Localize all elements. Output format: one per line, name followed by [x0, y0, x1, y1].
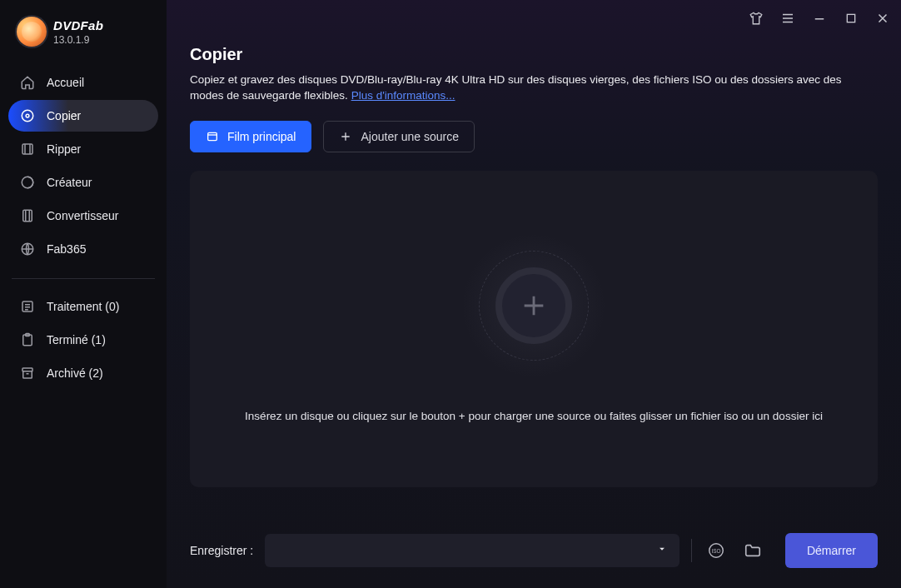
- plus-icon: [520, 292, 548, 320]
- svg-rect-2: [22, 144, 32, 154]
- svg-rect-9: [22, 368, 32, 371]
- footer-divider: [691, 539, 692, 562]
- dropzone[interactable]: Insérez un disque ou cliquez sur le bout…: [190, 171, 878, 487]
- main-movie-button[interactable]: Film principal: [190, 121, 311, 152]
- action-row: Film principal Ajouter une source: [190, 121, 878, 152]
- ripper-icon: [20, 142, 35, 157]
- folder-button[interactable]: [740, 538, 765, 563]
- button-label: Ajouter une source: [361, 130, 459, 143]
- maximize-icon[interactable]: [843, 10, 859, 27]
- page-description: Copiez et gravez des disques DVD/Blu-ray…: [190, 72, 878, 104]
- sidebar-item-label: Traitement (0): [47, 300, 119, 313]
- add-source-circle-button[interactable]: [495, 267, 572, 344]
- sidebar-item-creator[interactable]: Créateur: [8, 167, 158, 198]
- add-source-button[interactable]: Ajouter une source: [323, 121, 475, 152]
- home-icon: [20, 75, 35, 90]
- svg-rect-11: [208, 132, 217, 140]
- brand-text: DVDFab 13.0.1.9: [53, 18, 103, 46]
- brand-block: DVDFab 13.0.1.9: [8, 17, 158, 47]
- page-description-text: Copiez et gravez des disques DVD/Blu-ray…: [190, 73, 842, 102]
- sidebar-item-ripper[interactable]: Ripper: [8, 133, 158, 165]
- more-info-link[interactable]: Plus d'informations...: [351, 89, 455, 102]
- footer: Enregistrer : ISO Démarrer: [167, 513, 901, 588]
- titlebar: [167, 0, 901, 37]
- sidebar-item-done[interactable]: Terminé (1): [8, 324, 158, 356]
- svg-point-1: [26, 114, 29, 117]
- start-button[interactable]: Démarrer: [785, 533, 878, 568]
- dropzone-help-text: Insérez un disque ou cliquez sur le bout…: [245, 410, 823, 422]
- sidebar-divider: [12, 278, 155, 279]
- svg-text:ISO: ISO: [711, 548, 720, 554]
- converter-icon: [20, 208, 35, 223]
- nav-primary: Accueil Copier Ripper Créateur Convertis…: [8, 67, 158, 265]
- sidebar-item-processing[interactable]: Traitement (0): [8, 291, 158, 322]
- sidebar: DVDFab 13.0.1.9 Accueil Copier Ripper: [0, 0, 167, 588]
- globe-icon: [20, 242, 35, 257]
- chevron-down-icon: [656, 543, 668, 558]
- brand-version: 13.0.1.9: [53, 34, 103, 46]
- main: Copier Copiez et gravez des disques DVD/…: [167, 0, 901, 588]
- list-icon: [20, 299, 35, 314]
- sidebar-item-label: Terminé (1): [47, 333, 106, 346]
- sidebar-item-label: Créateur: [47, 176, 92, 189]
- clipboard-icon: [20, 332, 35, 347]
- close-icon[interactable]: [874, 10, 891, 27]
- sidebar-item-archived[interactable]: Archivé (2): [8, 357, 158, 389]
- shirt-icon[interactable]: [748, 10, 764, 27]
- sidebar-item-label: Convertisseur: [47, 209, 118, 222]
- sidebar-item-copy[interactable]: Copier: [8, 100, 158, 132]
- save-location-select[interactable]: [265, 534, 679, 567]
- brand-name: DVDFab: [53, 18, 103, 32]
- minimize-icon[interactable]: [811, 10, 828, 27]
- drop-circle-ring: [463, 235, 605, 376]
- sidebar-item-label: Fab365: [47, 242, 86, 256]
- sidebar-item-converter[interactable]: Convertisseur: [8, 200, 158, 232]
- svg-rect-10: [847, 14, 854, 22]
- mode-icon: [206, 130, 219, 143]
- brand-logo: [17, 17, 47, 47]
- button-label: Film principal: [227, 130, 296, 143]
- disc-icon: [20, 108, 35, 123]
- menu-icon[interactable]: [779, 10, 796, 27]
- sidebar-item-home[interactable]: Accueil: [8, 67, 158, 98]
- svg-rect-4: [23, 210, 32, 222]
- sidebar-item-label: Archivé (2): [47, 366, 103, 380]
- archive-icon: [20, 366, 35, 381]
- creator-icon: [20, 175, 35, 190]
- sidebar-item-fab365[interactable]: Fab365: [8, 233, 158, 265]
- content: Copier Copiez et gravez des disques DVD/…: [167, 37, 901, 513]
- svg-point-0: [22, 110, 33, 122]
- sidebar-item-label: Ripper: [47, 142, 81, 156]
- nav-status: Traitement (0) Terminé (1) Archivé (2): [8, 291, 158, 389]
- save-label: Enregistrer :: [190, 544, 253, 557]
- sidebar-item-label: Accueil: [47, 76, 84, 89]
- plus-icon: [339, 130, 352, 143]
- page-title: Copier: [190, 45, 878, 64]
- sidebar-item-label: Copier: [47, 109, 81, 122]
- iso-button[interactable]: ISO: [704, 538, 729, 563]
